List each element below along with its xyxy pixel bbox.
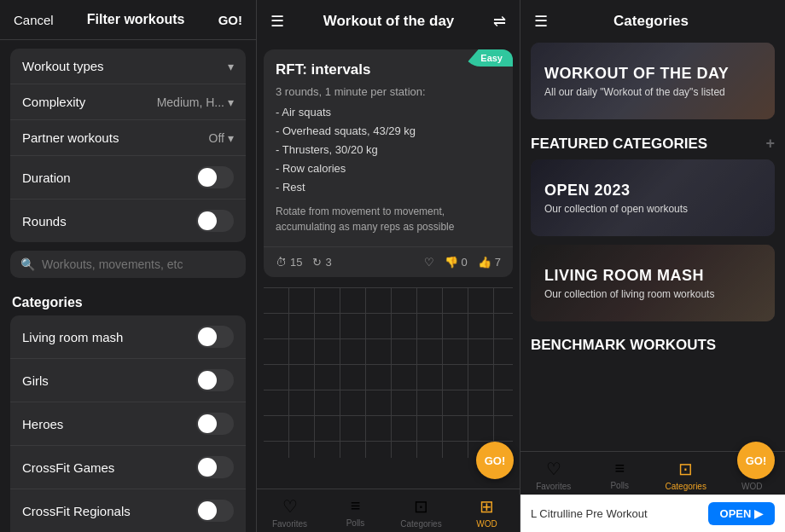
workout-list: Easy RFT: intervals 3 rounds, 1 minute p…: [257, 43, 520, 489]
heart-nav-icon: ♡: [282, 496, 298, 517]
partner-workouts-value-text: Off: [209, 131, 224, 145]
ad-banner: L Citrulline Pre Workout OPEN ▶: [520, 494, 785, 532]
like-count: 7: [495, 256, 501, 269]
featured-categories-title: FEATURED CATEGORIES: [531, 136, 707, 153]
category-label: Heroes: [22, 417, 63, 431]
time-value: 15: [290, 256, 302, 269]
duration-toggle[interactable]: [196, 166, 234, 188]
middle-bottom-nav: ♡ Favorites ≡ Polls ⊡ Categories ⊞ WOD: [257, 489, 520, 532]
search-icon: 🔍: [20, 257, 35, 271]
filter-row-duration[interactable]: Duration: [10, 156, 246, 200]
category-row-girls[interactable]: Girls: [10, 359, 246, 402]
workout-title: RFT: intervals: [276, 61, 501, 78]
filter-sliders-icon[interactable]: ⇌: [493, 12, 506, 31]
complexity-value-text: Medium, H...: [157, 95, 224, 109]
living-room-mash-card[interactable]: LIVING ROOM MASH Our collection of livin…: [531, 245, 775, 321]
filter-row-rounds[interactable]: Rounds: [10, 200, 246, 242]
chevron-down-icon: ▾: [228, 60, 234, 73]
workout-rotate-text: Rotate from movement to movement,accumul…: [276, 204, 501, 234]
filter-row-partner-workouts[interactable]: Partner workouts Off ▾: [10, 120, 246, 156]
repeat-value: 3: [325, 256, 331, 269]
workout-description-label: 3 rounds, 1 minute per station:: [276, 85, 501, 98]
filter-header: Cancel Filter workouts GO!: [0, 0, 256, 40]
dislike-count: 0: [462, 256, 468, 269]
duration-label: Duration: [22, 171, 71, 185]
right-nav-polls[interactable]: ≡ Polls: [587, 459, 654, 491]
workout-card-body: RFT: intervals 3 rounds, 1 minute per st…: [264, 49, 513, 246]
rounds-label: Rounds: [22, 214, 67, 228]
category-toggle-living-room-mash[interactable]: [196, 326, 234, 348]
filter-row-workout-types[interactable]: Workout types ▾: [10, 49, 246, 84]
cancel-button[interactable]: Cancel: [14, 13, 54, 27]
category-label: CrossFit Regionals: [22, 504, 131, 518]
hamburger-icon[interactable]: ☰: [270, 12, 284, 31]
category-row-heroes[interactable]: Heroes: [10, 402, 246, 446]
right-categories-nav-icon: ⊡: [678, 459, 693, 479]
right-panel-title: Categories: [613, 13, 689, 30]
repeat-icon: ↻: [312, 256, 322, 269]
heart-icon: ♡: [424, 256, 434, 269]
workout-types-value: ▾: [228, 60, 234, 73]
nav-favorites[interactable]: ♡ Favorites: [257, 496, 323, 529]
search-input[interactable]: [42, 257, 236, 271]
category-row-crossfit-regionals[interactable]: CrossFit Regionals: [10, 489, 246, 532]
right-nav-favorites-label: Favorites: [536, 482, 571, 491]
workout-types-label: Workout types: [22, 59, 104, 73]
category-toggle-girls[interactable]: [196, 369, 234, 391]
category-toggle-crossfit-games[interactable]: [196, 456, 234, 478]
like-action[interactable]: 👍 7: [478, 256, 501, 269]
living-room-card-text: LIVING ROOM MASH Our collection of livin…: [531, 257, 728, 310]
living-room-card-subtitle: Our collection of living room workouts: [544, 288, 714, 300]
right-nav-favorites[interactable]: ♡ Favorites: [520, 459, 587, 491]
right-go-fab-button[interactable]: GO!: [737, 442, 775, 479]
nav-categories[interactable]: ⊡ Categories: [388, 496, 454, 529]
partner-workouts-label: Partner workouts: [22, 130, 119, 145]
dislike-action[interactable]: 👎 0: [445, 256, 468, 269]
rounds-toggle[interactable]: [196, 210, 234, 232]
wod-card-text: WORKOUT OF THE DAY All our daily "Workou…: [531, 55, 742, 108]
ad-open-button[interactable]: OPEN ▶: [708, 502, 775, 525]
category-row-living-room-mash[interactable]: Living room mash: [10, 315, 246, 359]
right-polls-nav-icon: ≡: [614, 459, 625, 478]
right-heart-nav-icon: ♡: [546, 459, 561, 479]
nav-favorites-label: Favorites: [272, 519, 307, 529]
filter-title: Filter workouts: [87, 12, 185, 27]
wod-card-title: WORKOUT OF THE DAY: [544, 65, 729, 83]
wod-nav-icon: ⊞: [480, 496, 494, 517]
open-2023-card[interactable]: OPEN 2023 Our collection of open workout…: [531, 159, 775, 236]
right-panel-wrap: ☰ Categories WORKOUT OF THE DAY All our …: [520, 0, 785, 532]
filter-go-button[interactable]: GO!: [218, 13, 242, 27]
category-label: Girls: [22, 373, 49, 388]
left-filter-panel: Cancel Filter workouts GO! Workout types…: [0, 0, 256, 532]
open-card-text: OPEN 2023 Our collection of open workout…: [531, 171, 701, 225]
categories-nav-icon: ⊡: [414, 496, 428, 517]
filter-options-section: Workout types ▾ Complexity Medium, H... …: [10, 49, 246, 242]
featured-plus-button[interactable]: +: [765, 135, 775, 153]
footer-actions: ♡ 👎 0 👍 7: [424, 256, 501, 269]
heart-action[interactable]: ♡: [424, 256, 434, 269]
workout-card[interactable]: Easy RFT: intervals 3 rounds, 1 minute p…: [264, 49, 513, 277]
category-toggle-crossfit-regionals[interactable]: [196, 500, 234, 522]
category-label: CrossFit Games: [22, 460, 114, 475]
timer-icon: ⏱: [276, 256, 287, 269]
repeat-stat: ↻ 3: [312, 256, 331, 269]
category-row-crossfit-games[interactable]: CrossFit Games: [10, 446, 246, 489]
complexity-value: Medium, H... ▾: [157, 95, 234, 109]
nav-wod-label: WOD: [476, 519, 497, 529]
go-fab-button[interactable]: GO!: [476, 442, 514, 479]
wod-category-card[interactable]: WORKOUT OF THE DAY All our daily "Workou…: [531, 43, 775, 119]
time-stat: ⏱ 15: [276, 256, 302, 269]
nav-polls[interactable]: ≡ Polls: [323, 496, 388, 529]
right-hamburger-icon[interactable]: ☰: [534, 12, 548, 31]
open-card-subtitle: Our collection of open workouts: [544, 203, 688, 215]
featured-categories-heading: FEATURED CATEGORIES +: [531, 128, 775, 159]
right-nav-categories[interactable]: ⊡ Categories: [653, 459, 719, 491]
wod-card-subtitle: All our daily "Workout of the day"s list…: [544, 86, 729, 98]
nav-wod[interactable]: ⊞ WOD: [454, 496, 520, 529]
filter-row-complexity[interactable]: Complexity Medium, H... ▾: [10, 84, 246, 120]
workout-footer: ⏱ 15 ↻ 3 ♡ 👎 0: [264, 246, 513, 277]
category-toggle-heroes[interactable]: [196, 413, 234, 435]
category-label: Living room mash: [22, 330, 123, 344]
category-list: Living room mash Girls Heroes CrossFit G…: [10, 315, 246, 532]
nav-polls-label: Polls: [346, 518, 365, 528]
